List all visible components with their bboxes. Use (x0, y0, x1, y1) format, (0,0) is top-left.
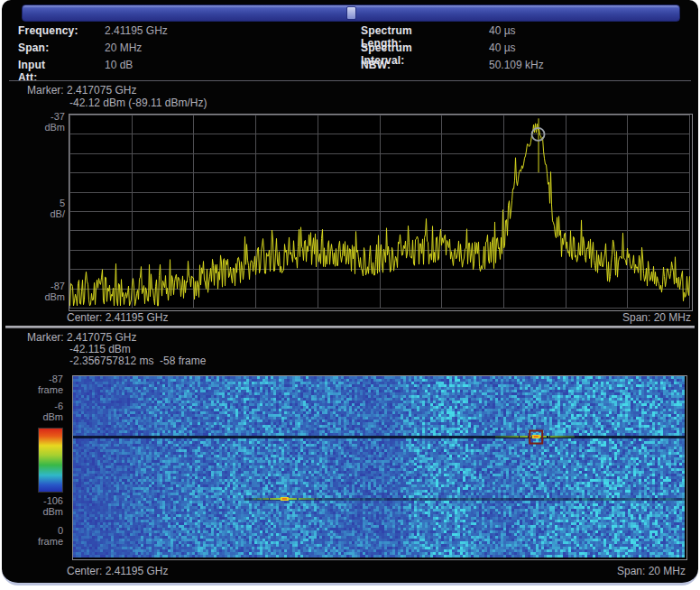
window-titlebar[interactable] (22, 5, 680, 22)
spectrum-bottom-level-value: -87 (7, 281, 65, 291)
spectrogram-top-frame-value: -87 (5, 373, 63, 384)
span-value: 20 MHz (105, 41, 285, 54)
spectrogram-bottom-frame-value: 0 (5, 525, 63, 536)
frequency-value: 2.41195 GHz (105, 24, 285, 37)
analyzer-screen: Frequency: 2.41195 GHz Span: 20 MHz Inpu… (0, 0, 700, 590)
header-divider (9, 80, 691, 81)
window-divider[interactable] (5, 326, 695, 328)
colorbar-bottom-value: -106 (5, 495, 63, 506)
screen-bezel: Frequency: 2.41195 GHz Span: 20 MHz Inpu… (2, 0, 698, 585)
colorbar-top-value: -6 (5, 401, 63, 411)
spectrogram-plot-canvas[interactable] (73, 376, 685, 558)
span-label: Span: (18, 41, 49, 54)
spectrogram-plot-area[interactable] (72, 375, 687, 560)
input-att-value: 10 dB (105, 59, 285, 71)
spectrogram-span-label: Span: 20 MHz (505, 565, 686, 577)
spectrogram-marker-readout-line3: -2.356757812 ms -58 frame (69, 355, 206, 367)
nbw-value: 50.109 kHz (489, 59, 669, 71)
spectrum-plot-canvas[interactable] (69, 115, 690, 309)
spectrogram-center-frequency-label: Center: 2.41195 GHz (67, 565, 169, 577)
spectrogram-marker-readout-line2: -42.115 dBm (69, 343, 131, 355)
spectrum-marker-readout-line2: -42.12 dBm (-89.11 dBm/Hz) (69, 97, 207, 109)
nbw-label: NBW: (361, 59, 391, 71)
amplitude-colorbar-legend (38, 428, 63, 493)
spectrum-scale-per-div-value: 5 (7, 198, 65, 208)
spectrogram-top-frame-unit: frame (5, 384, 63, 395)
spectrum-length-value: 40 µs (489, 24, 669, 37)
spectrum-center-frequency-label: Center: 2.41195 GHz (67, 311, 169, 324)
spectrum-interval-value: 40 µs (489, 41, 669, 54)
spectrum-ref-level-value: -37 (7, 111, 65, 122)
spectrum-ref-level-unit: dBm (7, 122, 65, 133)
spectrogram-bottom-frame-unit: frame (5, 536, 63, 547)
spectrum-span-label: Span: 20 MHz (511, 311, 691, 324)
colorbar-top-unit: dBm (5, 411, 63, 422)
titlebar-splitter-handle[interactable] (346, 6, 356, 20)
frequency-label: Frequency: (18, 24, 78, 37)
colorbar-bottom-unit: dBm (5, 506, 63, 517)
spectrum-bottom-level-unit: dBm (7, 291, 65, 302)
spectrogram-marker-readout-line1: Marker: 2.417075 GHz (27, 331, 136, 344)
spectrum-plot-area[interactable] (69, 114, 693, 311)
spectrum-marker-readout-line1: Marker: 2.417075 GHz (27, 84, 136, 97)
spectrum-scale-per-div-unit: dB/ (7, 208, 65, 219)
